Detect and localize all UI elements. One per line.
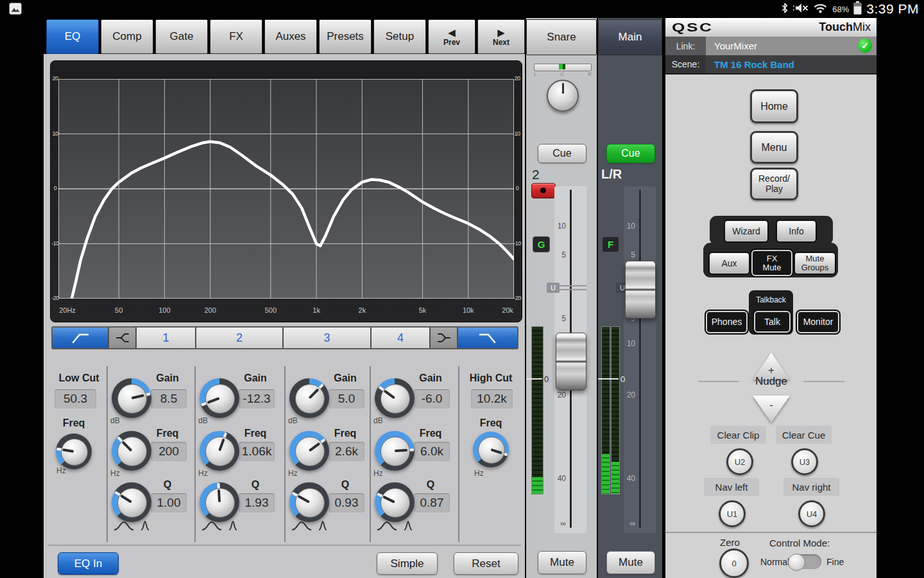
fader-scale-tick: 20 — [621, 390, 635, 399]
wizard-button[interactable]: Wizard — [724, 220, 769, 243]
nav-left-label: Nav left — [704, 478, 759, 496]
low-cut-filter-button[interactable] — [53, 328, 109, 348]
status-bar: 68% 3:39 PM — [0, 0, 924, 18]
tab-presets[interactable]: Presets — [319, 19, 372, 54]
high-cut-value: 10.2k — [471, 389, 513, 408]
band-2-gain-value: -12.3 — [239, 389, 275, 408]
band-3-q-width-icons — [291, 520, 330, 534]
low-cut-freq-label: Freq — [51, 417, 96, 429]
menu-button[interactable]: Menu — [750, 131, 798, 164]
band-4-freq-knob[interactable] — [375, 431, 415, 471]
band-3-gain-knob[interactable] — [289, 378, 329, 418]
main-meter-zero-tick — [598, 378, 619, 380]
fx-mute-button[interactable]: FXMute — [751, 250, 792, 276]
tab-comp[interactable]: Comp — [101, 19, 153, 54]
monitor-button[interactable]: Monitor — [797, 311, 839, 333]
low-cut-freq-knob[interactable] — [56, 434, 92, 469]
phones-button[interactable]: Phones — [706, 311, 748, 333]
main-mute-button[interactable]: Mute — [606, 551, 655, 574]
band-4-q-knob[interactable] — [375, 482, 415, 522]
band-2-gain-knob[interactable] — [200, 378, 239, 418]
y-axis-tick: -20 — [513, 295, 521, 301]
fader-scale-tick: 10 — [621, 339, 635, 348]
user-button-u2[interactable]: U2 — [726, 448, 753, 475]
band-1-freq-knob[interactable] — [112, 431, 151, 471]
pan-slider[interactable] — [534, 64, 592, 71]
narrow-bell-icon — [404, 521, 412, 530]
band-4-button[interactable]: 4 — [372, 328, 431, 348]
snare-mute-button[interactable]: Mute — [538, 551, 586, 574]
tab-eq[interactable]: EQ — [46, 19, 99, 54]
band-1-button[interactable]: 1 — [137, 328, 196, 348]
zero-button[interactable]: 0 — [719, 548, 749, 578]
snare-fader-cap[interactable] — [556, 333, 586, 390]
control-mode-toggle[interactable] — [789, 554, 821, 569]
talk-button[interactable]: Talk — [754, 311, 791, 333]
column-divider — [370, 366, 371, 542]
eq-response-graph[interactable]: 2020101000-10-10-20-2020Hz501002005001k2… — [50, 60, 522, 322]
main-cue-button[interactable]: Cue — [606, 144, 655, 163]
tab-snare[interactable]: Snare — [526, 19, 597, 55]
mute-groups-button[interactable]: MuteGroups — [794, 252, 836, 275]
snare-cue-button[interactable]: Cue — [538, 144, 586, 163]
fader-scale-tick: 10 — [621, 222, 635, 231]
tab-main[interactable]: Main — [598, 19, 662, 55]
pan-knob[interactable] — [547, 80, 579, 112]
fader-scale-tick: ∞ — [552, 519, 566, 528]
nudge-down-button[interactable]: - — [753, 396, 790, 423]
prev-channel-button[interactable]: ◀Prev — [428, 19, 475, 54]
band-3-button[interactable]: 3 — [284, 328, 372, 348]
reset-button[interactable]: Reset — [454, 552, 518, 575]
scene-row: Scene: TM 16 Rock Band — [665, 55, 877, 74]
aux-button[interactable]: Aux — [708, 252, 750, 275]
bluetooth-icon — [781, 2, 789, 17]
fader-scale-tick: 10 — [552, 222, 566, 231]
y-axis-tick: -10 — [513, 240, 521, 247]
band-1-gain-knob[interactable] — [112, 378, 151, 418]
eq-plot-area[interactable] — [58, 79, 514, 299]
user-button-u3[interactable]: U3 — [791, 448, 818, 475]
band-2-q-width-icons — [201, 520, 241, 534]
band-2-freq-knob[interactable] — [200, 431, 239, 471]
band-2-q-knob[interactable] — [200, 482, 239, 522]
eq-in-button[interactable]: EQ In — [58, 552, 119, 575]
high-shelf-button[interactable] — [431, 328, 458, 348]
band-3-q-knob[interactable] — [289, 482, 329, 522]
band-3-freq-knob[interactable] — [289, 431, 329, 471]
low-shelf-button[interactable] — [109, 328, 137, 348]
y-axis-tick: 0 — [513, 185, 521, 191]
info-button[interactable]: Info — [776, 220, 817, 243]
band-2-button[interactable]: 2 — [196, 328, 284, 348]
clear-cue-label: Clear Cue — [776, 426, 832, 444]
user-button-u1[interactable]: U1 — [719, 500, 746, 527]
band-1-gain-label: Gain — [146, 372, 189, 384]
scene-value[interactable]: TM 16 Rock Band — [714, 55, 794, 73]
high-cut-filter-button[interactable] — [458, 328, 517, 348]
y-axis-tick: 10 — [51, 130, 59, 137]
record-play-button[interactable]: Record/Play — [750, 168, 798, 200]
home-button[interactable]: Home — [750, 89, 798, 123]
main-fader-cap[interactable] — [625, 261, 656, 319]
product-name: TouchMix — [819, 21, 871, 34]
band-4-gain-knob[interactable] — [375, 378, 415, 418]
band-2-q-label: Q — [234, 479, 277, 491]
tab-gate[interactable]: Gate — [155, 19, 208, 54]
simple-button[interactable]: Simple — [377, 552, 438, 575]
battery-percent: 68% — [832, 4, 849, 14]
band-2-gain-label: Gain — [234, 372, 277, 384]
column-divider — [284, 366, 286, 542]
eq-curve[interactable] — [58, 79, 514, 299]
low-cut-title: Low Cut — [51, 372, 107, 384]
high-cut-freq-knob[interactable] — [473, 432, 509, 468]
tab-auxes[interactable]: Auxes — [264, 19, 317, 54]
fader-scale-tick: 5 — [552, 314, 566, 323]
tab-fx[interactable]: FX — [210, 19, 262, 54]
mute-icon — [793, 2, 809, 17]
record-arm-button[interactable] — [531, 183, 556, 198]
y-axis-tick: -20 — [51, 295, 59, 301]
next-channel-button[interactable]: ▶Next — [477, 19, 525, 54]
user-button-u4[interactable]: U4 — [798, 500, 825, 527]
tab-setup[interactable]: Setup — [373, 19, 426, 54]
band-1-q-knob[interactable] — [112, 482, 151, 522]
x-axis-tick: 5k — [419, 306, 427, 314]
